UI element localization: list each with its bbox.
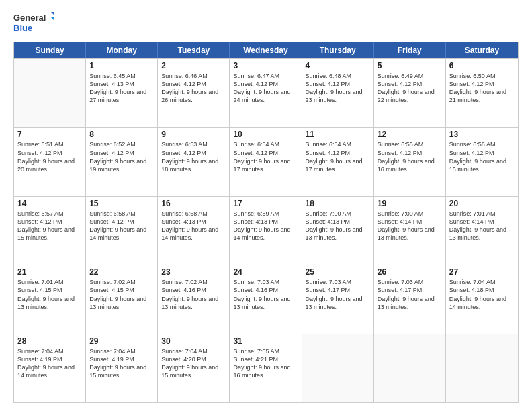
day-number: 3 <box>233 61 298 71</box>
day-cell-4: 4 Sunrise: 6:48 AM Sunset: 4:12 PM Dayli… <box>302 59 374 127</box>
cell-info: Sunrise: 6:58 AM Sunset: 4:13 PM Dayligh… <box>161 210 226 242</box>
empty-cell-4-5 <box>374 334 446 402</box>
day-number: 18 <box>306 199 370 208</box>
day-number: 1 <box>89 61 154 71</box>
day-number: 25 <box>306 267 370 277</box>
cell-info: Sunrise: 6:50 AM Sunset: 4:12 PM Dayligh… <box>449 72 515 105</box>
header-day-saturday: Saturday <box>446 42 518 58</box>
week-row-3: 21 Sunrise: 7:01 AM Sunset: 4:15 PM Dayl… <box>14 265 518 333</box>
day-number: 19 <box>378 199 442 208</box>
svg-marker-2 <box>51 12 54 16</box>
cell-info: Sunrise: 6:47 AM Sunset: 4:12 PM Dayligh… <box>233 72 298 105</box>
empty-cell-4-6 <box>446 334 518 402</box>
cell-info: Sunrise: 6:45 AM Sunset: 4:13 PM Dayligh… <box>89 72 154 105</box>
day-number: 27 <box>449 267 515 277</box>
header-day-sunday: Sunday <box>14 42 86 58</box>
cell-info: Sunrise: 6:54 AM Sunset: 4:12 PM Dayligh… <box>233 140 298 173</box>
day-number: 8 <box>89 130 154 139</box>
day-cell-21: 21 Sunrise: 7:01 AM Sunset: 4:15 PM Dayl… <box>14 265 86 333</box>
header-day-wednesday: Wednesday <box>230 42 302 58</box>
header-day-friday: Friday <box>374 42 446 58</box>
day-number: 21 <box>17 267 82 277</box>
day-cell-29: 29 Sunrise: 7:04 AM Sunset: 4:19 PM Dayl… <box>86 334 158 402</box>
day-number: 10 <box>233 130 298 139</box>
day-cell-6: 6 Sunrise: 6:50 AM Sunset: 4:12 PM Dayli… <box>446 59 518 127</box>
day-number: 6 <box>449 61 515 71</box>
day-number: 4 <box>306 61 370 71</box>
cell-info: Sunrise: 7:04 AM Sunset: 4:19 PM Dayligh… <box>89 347 154 380</box>
day-number: 16 <box>161 199 226 208</box>
cell-info: Sunrise: 6:46 AM Sunset: 4:12 PM Dayligh… <box>161 72 226 105</box>
day-cell-9: 9 Sunrise: 6:53 AM Sunset: 4:12 PM Dayli… <box>158 128 230 195</box>
day-cell-3: 3 Sunrise: 6:47 AM Sunset: 4:12 PM Dayli… <box>230 59 302 127</box>
cell-info: Sunrise: 6:59 AM Sunset: 4:13 PM Dayligh… <box>233 210 298 242</box>
calendar: SundayMondayTuesdayWednesdayThursdayFrid… <box>13 42 519 403</box>
day-number: 23 <box>161 267 226 277</box>
day-cell-11: 11 Sunrise: 6:54 AM Sunset: 4:12 PM Dayl… <box>302 128 374 195</box>
day-cell-5: 5 Sunrise: 6:49 AM Sunset: 4:12 PM Dayli… <box>374 59 446 127</box>
day-number: 15 <box>89 199 154 208</box>
calendar-body: 1 Sunrise: 6:45 AM Sunset: 4:13 PM Dayli… <box>14 58 518 402</box>
day-cell-13: 13 Sunrise: 6:56 AM Sunset: 4:12 PM Dayl… <box>446 128 518 195</box>
header: General Blue <box>13 11 519 35</box>
week-row-1: 7 Sunrise: 6:51 AM Sunset: 4:12 PM Dayli… <box>14 127 518 195</box>
cell-info: Sunrise: 6:55 AM Sunset: 4:12 PM Dayligh… <box>378 140 442 173</box>
svg-text:General: General <box>13 13 46 23</box>
logo-svg: General Blue <box>13 11 54 35</box>
header-day-monday: Monday <box>86 42 158 58</box>
day-cell-14: 14 Sunrise: 6:57 AM Sunset: 4:12 PM Dayl… <box>14 197 86 265</box>
day-number: 20 <box>449 199 515 208</box>
svg-text:Blue: Blue <box>13 23 32 33</box>
day-cell-1: 1 Sunrise: 6:45 AM Sunset: 4:13 PM Dayli… <box>86 59 158 127</box>
cell-info: Sunrise: 6:54 AM Sunset: 4:12 PM Dayligh… <box>306 140 370 173</box>
cell-info: Sunrise: 6:48 AM Sunset: 4:12 PM Dayligh… <box>306 72 370 105</box>
cell-info: Sunrise: 6:56 AM Sunset: 4:12 PM Dayligh… <box>449 140 515 173</box>
cell-info: Sunrise: 7:03 AM Sunset: 4:17 PM Dayligh… <box>306 278 370 311</box>
week-row-2: 14 Sunrise: 6:57 AM Sunset: 4:12 PM Dayl… <box>14 196 518 265</box>
cell-info: Sunrise: 7:02 AM Sunset: 4:15 PM Dayligh… <box>89 278 154 311</box>
page: General Blue SundayMondayTuesdayWednesda… <box>0 0 532 411</box>
day-cell-27: 27 Sunrise: 7:04 AM Sunset: 4:18 PM Dayl… <box>446 265 518 333</box>
day-number: 12 <box>378 130 442 139</box>
day-number: 29 <box>89 336 154 346</box>
svg-marker-3 <box>51 17 54 21</box>
day-number: 26 <box>378 267 442 277</box>
day-cell-8: 8 Sunrise: 6:52 AM Sunset: 4:12 PM Dayli… <box>86 128 158 195</box>
day-number: 17 <box>233 199 298 208</box>
day-number: 11 <box>306 130 370 139</box>
day-cell-22: 22 Sunrise: 7:02 AM Sunset: 4:15 PM Dayl… <box>86 265 158 333</box>
cell-info: Sunrise: 7:00 AM Sunset: 4:14 PM Dayligh… <box>378 210 442 242</box>
cell-info: Sunrise: 7:00 AM Sunset: 4:13 PM Dayligh… <box>306 210 370 242</box>
header-day-tuesday: Tuesday <box>158 42 230 58</box>
day-number: 9 <box>161 130 226 139</box>
day-cell-16: 16 Sunrise: 6:58 AM Sunset: 4:13 PM Dayl… <box>158 197 230 265</box>
day-cell-30: 30 Sunrise: 7:04 AM Sunset: 4:20 PM Dayl… <box>158 334 230 402</box>
header-day-thursday: Thursday <box>302 42 374 58</box>
cell-info: Sunrise: 7:04 AM Sunset: 4:20 PM Dayligh… <box>161 347 226 380</box>
cell-info: Sunrise: 6:52 AM Sunset: 4:12 PM Dayligh… <box>89 140 154 173</box>
day-number: 13 <box>449 130 515 139</box>
day-number: 28 <box>17 336 82 346</box>
day-cell-10: 10 Sunrise: 6:54 AM Sunset: 4:12 PM Dayl… <box>230 128 302 195</box>
day-cell-17: 17 Sunrise: 6:59 AM Sunset: 4:13 PM Dayl… <box>230 197 302 265</box>
day-cell-15: 15 Sunrise: 6:58 AM Sunset: 4:12 PM Dayl… <box>86 197 158 265</box>
week-row-4: 28 Sunrise: 7:04 AM Sunset: 4:19 PM Dayl… <box>14 334 518 402</box>
cell-info: Sunrise: 7:05 AM Sunset: 4:21 PM Dayligh… <box>233 347 298 380</box>
day-number: 22 <box>89 267 154 277</box>
day-cell-18: 18 Sunrise: 7:00 AM Sunset: 4:13 PM Dayl… <box>302 197 374 265</box>
day-cell-25: 25 Sunrise: 7:03 AM Sunset: 4:17 PM Dayl… <box>302 265 374 333</box>
cell-info: Sunrise: 7:01 AM Sunset: 4:15 PM Dayligh… <box>17 278 82 311</box>
cell-info: Sunrise: 7:04 AM Sunset: 4:19 PM Dayligh… <box>17 347 82 380</box>
day-number: 2 <box>161 61 226 71</box>
cell-info: Sunrise: 6:57 AM Sunset: 4:12 PM Dayligh… <box>17 210 82 242</box>
day-cell-12: 12 Sunrise: 6:55 AM Sunset: 4:12 PM Dayl… <box>374 128 446 195</box>
day-number: 30 <box>161 336 226 346</box>
day-cell-19: 19 Sunrise: 7:00 AM Sunset: 4:14 PM Dayl… <box>374 197 446 265</box>
day-cell-7: 7 Sunrise: 6:51 AM Sunset: 4:12 PM Dayli… <box>14 128 86 195</box>
cell-info: Sunrise: 6:49 AM Sunset: 4:12 PM Dayligh… <box>378 72 442 105</box>
cell-info: Sunrise: 7:02 AM Sunset: 4:16 PM Dayligh… <box>161 278 226 311</box>
day-cell-26: 26 Sunrise: 7:03 AM Sunset: 4:17 PM Dayl… <box>374 265 446 333</box>
calendar-header: SundayMondayTuesdayWednesdayThursdayFrid… <box>14 42 518 58</box>
cell-info: Sunrise: 6:53 AM Sunset: 4:12 PM Dayligh… <box>161 140 226 173</box>
day-cell-28: 28 Sunrise: 7:04 AM Sunset: 4:19 PM Dayl… <box>14 334 86 402</box>
